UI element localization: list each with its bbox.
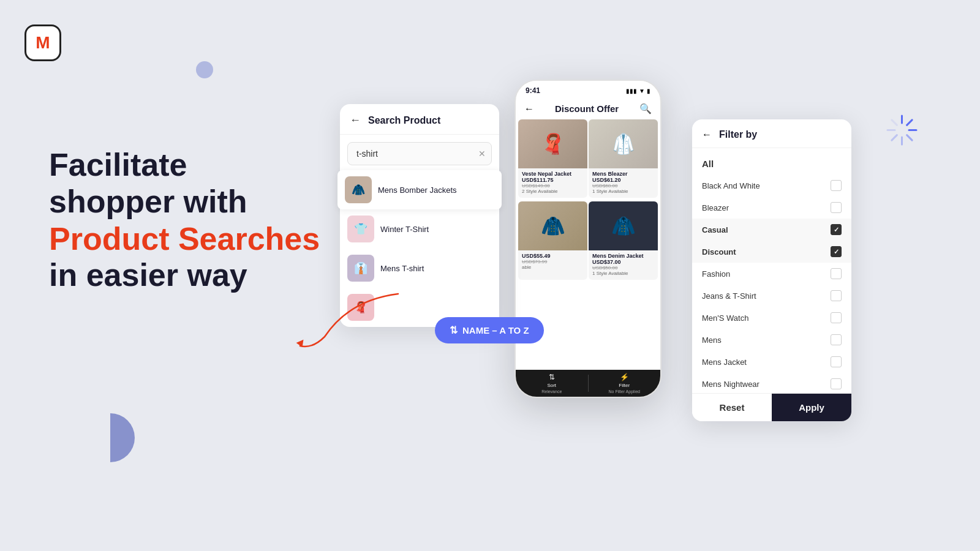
product-card[interactable]: 🧣 Veste Nepal Jacket USD$111.75 USD$149.… — [518, 119, 587, 198]
filter-item[interactable]: Fashion — [692, 263, 851, 285]
product-info: Veste Nepal Jacket USD$111.75 USD$149.00… — [518, 168, 587, 198]
hero-highlight: Product Searches — [49, 220, 368, 257]
phone-time: 9:41 — [526, 86, 540, 95]
filter-button[interactable]: ⚡ Filter No Filter Applied — [589, 370, 661, 397]
result-label: Winter T-Shirt — [380, 225, 429, 234]
search-result-item[interactable]: 👔 Mens T-shirt — [340, 249, 499, 288]
filter-checkbox[interactable] — [831, 334, 842, 345]
product-card[interactable]: 🥼 Mens Bleazer USD$61.20 USD$68.00 1 Sty… — [589, 119, 658, 198]
filter-icon: ⚡ — [620, 373, 629, 381]
filter-item[interactable]: Black And White — [692, 174, 851, 197]
filter-item-label: Jeans & T-Shirt — [702, 291, 756, 301]
discount-header: ← Discount Offer 🔍 — [516, 98, 660, 119]
filter-sub: No Filter Applied — [609, 389, 640, 394]
filter-item[interactable]: Bleazer — [692, 197, 851, 219]
filter-checkbox-casual[interactable] — [831, 224, 842, 235]
discount-back-icon[interactable]: ← — [524, 103, 534, 114]
filter-item-casual[interactable]: Casual — [692, 219, 851, 241]
back-button[interactable]: ← — [350, 114, 361, 127]
phone-status-icons: ▮▮▮ ▼ ▮ — [626, 88, 650, 94]
sort-sub: Relevance — [541, 389, 562, 394]
spinner-decoration — [885, 113, 919, 147]
search-icon[interactable]: 🔍 — [639, 103, 652, 114]
filter-item[interactable]: Men'S Watch — [692, 307, 851, 329]
filter-checkbox[interactable] — [831, 180, 842, 191]
app-logo: M — [24, 24, 61, 61]
phone-bottom-bar: ⇅ Sort Relevance ⚡ Filter No Filter Appl… — [516, 370, 660, 397]
filter-item[interactable]: Jeans & T-Shirt — [692, 285, 851, 307]
filter-checkbox[interactable] — [831, 356, 842, 367]
filter-item-discount[interactable]: Discount — [692, 241, 851, 263]
hero-line1: Facilitate — [49, 147, 368, 184]
search-clear-icon[interactable]: ✕ — [478, 149, 486, 159]
result-thumbnail: 👕 — [347, 216, 374, 242]
filter-apply-button[interactable]: Apply — [772, 394, 851, 421]
result-label: Mens Bomber Jackets — [378, 186, 457, 195]
search-result-item[interactable]: 👕 Winter T-Shirt — [340, 209, 499, 249]
filter-item-label: Discount — [702, 247, 736, 257]
product-name: Mens Bleazer — [592, 171, 654, 177]
filter-checkbox[interactable] — [831, 290, 842, 301]
filter-item-label: Men'S Watch — [702, 313, 748, 323]
product-info: Mens Bleazer USD$61.20 USD$68.00 1 Style… — [589, 168, 658, 198]
search-header: ← Search Product — [340, 104, 499, 135]
sort-arrows-icon: ⇅ — [450, 324, 458, 336]
filter-item[interactable]: Mens Jacket — [692, 351, 851, 373]
phone-mockup: 9:41 ▮▮▮ ▼ ▮ ← Discount Offer 🔍 🧣 Veste … — [514, 80, 662, 398]
search-input[interactable] — [347, 142, 492, 165]
product-name: Mens Denim Jacket — [592, 253, 654, 259]
filter-item-label: Mens — [702, 335, 722, 345]
product-card[interactable]: 🧥 USD$55.49 USD$73.99 able — [518, 201, 587, 280]
filter-item-label: Black And White — [702, 181, 760, 190]
product-price: USD$37.00 — [592, 259, 654, 265]
filter-footer: Reset Apply — [692, 393, 851, 421]
product-old-price: USD$149.00 — [522, 183, 584, 189]
sort-label: Sort — [547, 383, 556, 388]
product-image: 🧥 — [518, 201, 587, 250]
sort-badge-label: NAME – A TO Z — [462, 325, 529, 335]
search-result-item[interactable]: 🧥 Mens Bomber Jackets — [337, 170, 502, 209]
hero-section: Facilitate shopper with Product Searches… — [49, 147, 368, 293]
sort-button[interactable]: ⇅ Sort Relevance — [516, 370, 588, 397]
product-availability: 1 Style Available — [592, 271, 654, 276]
sort-badge[interactable]: ⇅ NAME – A TO Z — [435, 317, 544, 343]
search-input-wrap: ✕ — [347, 142, 492, 165]
product-info: USD$55.49 USD$73.99 able — [518, 250, 587, 274]
result-label: Mens T-shirt — [380, 264, 424, 273]
product-availability: 1 Style Available — [592, 189, 654, 194]
logo-letter: M — [36, 33, 50, 53]
filter-checkbox[interactable] — [831, 312, 842, 323]
hero-line2: shopper with — [49, 184, 368, 220]
filter-item-label: Mens Nightwear — [702, 380, 760, 389]
product-price: USD$111.75 — [522, 177, 584, 183]
product-image: 🧣 — [518, 119, 587, 168]
filter-item[interactable]: All — [692, 153, 851, 174]
product-price: USD$55.49 — [522, 253, 584, 259]
filter-label: Filter — [619, 383, 630, 388]
result-thumbnail: 👔 — [347, 255, 374, 282]
filter-item-label: Bleazer — [702, 203, 729, 212]
filter-back-icon[interactable]: ← — [702, 129, 712, 140]
product-grid: 🧣 Veste Nepal Jacket USD$111.75 USD$149.… — [516, 119, 660, 282]
product-info: Mens Denim Jacket USD$37.00 USD$50.00 1 … — [589, 250, 658, 280]
arrow-decoration — [288, 288, 423, 355]
filter-item[interactable]: Mens Nightwear — [692, 373, 851, 395]
filter-checkbox[interactable] — [831, 202, 842, 213]
product-price: USD$61.20 — [592, 177, 654, 183]
deco-circle-top — [196, 61, 213, 78]
filter-checkbox-discount[interactable] — [831, 246, 842, 257]
search-screen-title: Search Product — [368, 115, 440, 126]
svg-line-5 — [892, 135, 897, 140]
filter-header: ← Filter by — [692, 119, 851, 148]
filter-list: All Black And White Bleazer Casual Disco… — [692, 148, 851, 393]
product-old-price: USD$68.00 — [592, 183, 654, 189]
filter-panel: ← Filter by All Black And White Bleazer … — [692, 119, 851, 421]
product-card[interactable]: 🧥 Mens Denim Jacket USD$37.00 USD$50.00 … — [589, 201, 658, 280]
product-old-price: USD$50.00 — [592, 265, 654, 271]
filter-reset-button[interactable]: Reset — [692, 394, 772, 421]
product-availability: able — [522, 264, 584, 270]
filter-item[interactable]: Mens — [692, 329, 851, 351]
svg-line-1 — [907, 120, 912, 125]
filter-checkbox[interactable] — [831, 268, 842, 279]
filter-checkbox[interactable] — [831, 378, 842, 389]
